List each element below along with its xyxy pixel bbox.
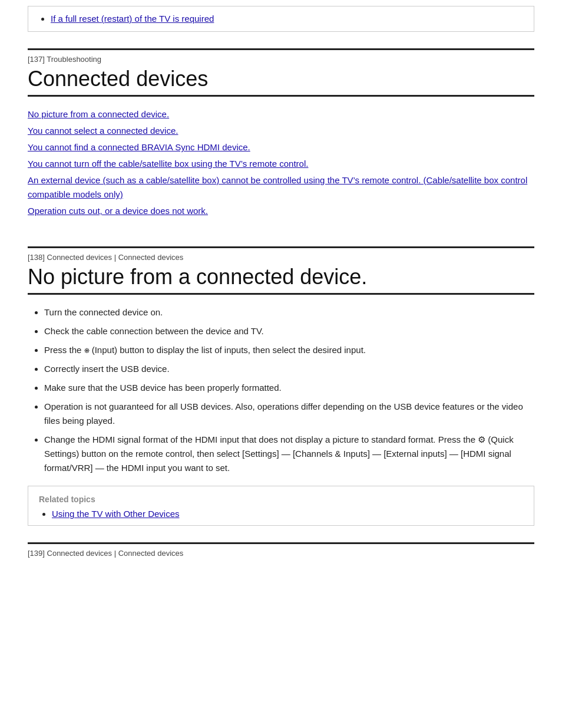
list-item: Turn the connected device on.: [44, 305, 534, 319]
list-item: Press the ⎈ (Input) button to display th…: [44, 343, 534, 357]
list-item: Operation is not guaranteed for all USB …: [44, 400, 534, 428]
section-138-top-border: [28, 246, 534, 248]
section-139-label: [139] Connected devices | Connected devi…: [28, 542, 534, 558]
top-link-box: If a full reset (restart) of the TV is r…: [28, 6, 534, 32]
related-topics-label: Related topics: [39, 495, 523, 504]
list-item: You cannot turn off the cable/satellite …: [28, 157, 534, 171]
list-item: Operation cuts out, or a device does not…: [28, 204, 534, 218]
list-item: Check the cable connection between the d…: [44, 324, 534, 338]
list-item: You cannot find a connected BRAVIA Sync …: [28, 140, 534, 154]
list-item: Correctly insert the USB device.: [44, 362, 534, 376]
related-link-using-tv[interactable]: Using the TV with Other Devices: [52, 509, 179, 519]
section-138-label: [138] Connected devices | Connected devi…: [28, 253, 534, 262]
list-item: Using the TV with Other Devices: [52, 509, 523, 519]
section-137: [137] Troubleshooting Connected devices …: [28, 48, 534, 218]
section-138: [138] Connected devices | Connected devi…: [28, 246, 534, 526]
link-external-device[interactable]: An external device (such as a cable/sate…: [28, 175, 527, 199]
section-137-links: No picture from a connected device. You …: [28, 107, 534, 218]
list-item: Change the HDMI signal format of the HDM…: [44, 433, 534, 475]
link-cannot-turn-off[interactable]: You cannot turn off the cable/satellite …: [28, 159, 308, 169]
related-topics-box: Related topics Using the TV with Other D…: [28, 486, 534, 526]
link-operation-cuts-out[interactable]: Operation cuts out, or a device does not…: [28, 206, 208, 216]
section-138-underline: [28, 293, 534, 295]
section-137-label: [137] Troubleshooting: [28, 55, 534, 64]
link-no-picture[interactable]: No picture from a connected device.: [28, 109, 169, 119]
section-137-top-border: [28, 48, 534, 50]
list-item: You cannot select a connected device.: [28, 124, 534, 138]
top-link[interactable]: If a full reset (restart) of the TV is r…: [51, 14, 214, 24]
section-138-bullets: Turn the connected device on. Check the …: [44, 305, 534, 475]
list-item: An external device (such as a cable/sate…: [28, 173, 534, 202]
list-item: Make sure that the USB device has been p…: [44, 381, 534, 395]
link-cannot-select[interactable]: You cannot select a connected device.: [28, 126, 178, 136]
related-topics-list: Using the TV with Other Devices: [52, 509, 523, 519]
section-138-title: No picture from a connected device.: [28, 264, 534, 289]
list-item: No picture from a connected device.: [28, 107, 534, 121]
section-137-underline: [28, 95, 534, 97]
link-cannot-find-bravia[interactable]: You cannot find a connected BRAVIA Sync …: [28, 142, 250, 152]
section-137-title: Connected devices: [28, 66, 534, 91]
